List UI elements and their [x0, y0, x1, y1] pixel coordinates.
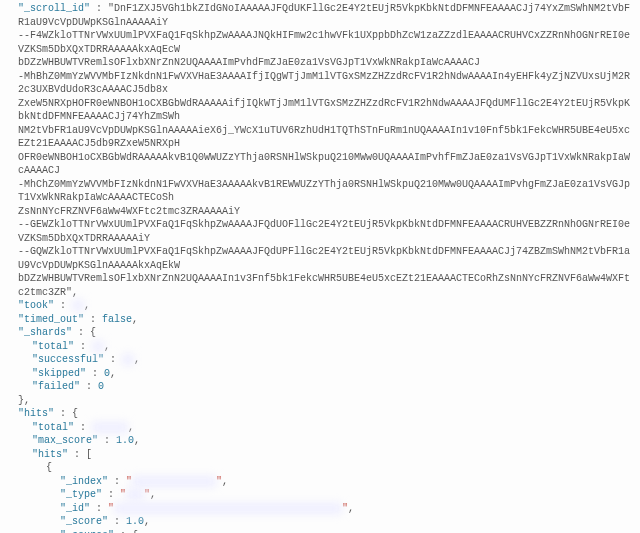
field-shards: "_shards" : {	[4, 326, 636, 340]
field-score: "_score" : 1.0,	[4, 515, 636, 529]
scroll-id-cont: -MhChZ0MmYzWVVMbFIzNkdnN1FwVXVHaE3AAAAAk…	[4, 178, 636, 205]
field-hits: "hits" : {	[4, 407, 636, 421]
brace-close: },	[4, 394, 636, 408]
brace-open: {	[4, 461, 636, 475]
scroll-id-cont: -MhBhZ0MmYzWVVMbFIzNkdnN1FwVXVHaE3AAAAIf…	[4, 70, 636, 97]
scroll-id-cont: bDZzWHBUWTVRemlsOFlxbXNrZnN2UQAAAAIn1v3F…	[4, 272, 636, 299]
field-timed-out: "timed_out" : false,	[4, 313, 636, 327]
field-max-score: "max_score" : 1.0,	[4, 434, 636, 448]
scroll-id-cont: ZsNnNYcFRZNVF6aWw4WXFtc2tmc3ZRAAAAAiY	[4, 205, 636, 219]
field-shards-total: "total" : 00,	[4, 340, 636, 354]
field-hits-array: "hits" : [	[4, 448, 636, 462]
scroll-id-cont: NM2tVbFR1aU9VcVpDUWpKSGlnAAAAAieX6j_YWcX…	[4, 124, 636, 151]
field-hits-total: "total" : 000000,	[4, 421, 636, 435]
field-source: "_source" : {	[4, 529, 636, 534]
field-shards-failed: "failed" : 0	[4, 380, 636, 394]
scroll-id-cont: --GEWZkloTTNrVWxUUmlPVXFaQ1FqSkhpZwAAAAJ…	[4, 218, 636, 245]
scroll-id-line: "_scroll_id" : "DnF1ZXJ5VGh1bkZIdGNoIAAA…	[4, 2, 636, 29]
field-index: "_index" : "xxxxxxxxxxxxxx",	[4, 475, 636, 489]
field-shards-skipped: "skipped" : 0,	[4, 367, 636, 381]
field-shards-successful: "successful" : 00,	[4, 353, 636, 367]
scroll-id-cont: --F4WZkloTTNrVWxUUmlPVXFaQ1FqSkhpZwAAAAJ…	[4, 29, 636, 56]
field-took: "took" : 00,	[4, 299, 636, 313]
scroll-id-cont: --GQWZkloTTNrVWxUUmlPVXFaQ1FqSkhpZwAAAAJ…	[4, 245, 636, 272]
scroll-id-cont: OFR0eWNBOH1oCXBGbWdRAAAAAkvB1Q0WWUZzYThj…	[4, 151, 636, 178]
field-id: "_id" : "xxxxxxxxxxxxxxxxxxxxxxxxxxxxxxx…	[4, 502, 636, 516]
scroll-id-cont: bDZzWHBUWTVRemlsOFlxbXNrZnN2UQAAAAImPvhd…	[4, 56, 636, 70]
field-type: "_type" : "xxx",	[4, 488, 636, 502]
key-scroll-id: "_scroll_id"	[18, 3, 90, 14]
scroll-id-cont: ZxeW5NRXpHOFR0eWNBOH1oCXBGbWdRAAAAAifjIQ…	[4, 97, 636, 124]
